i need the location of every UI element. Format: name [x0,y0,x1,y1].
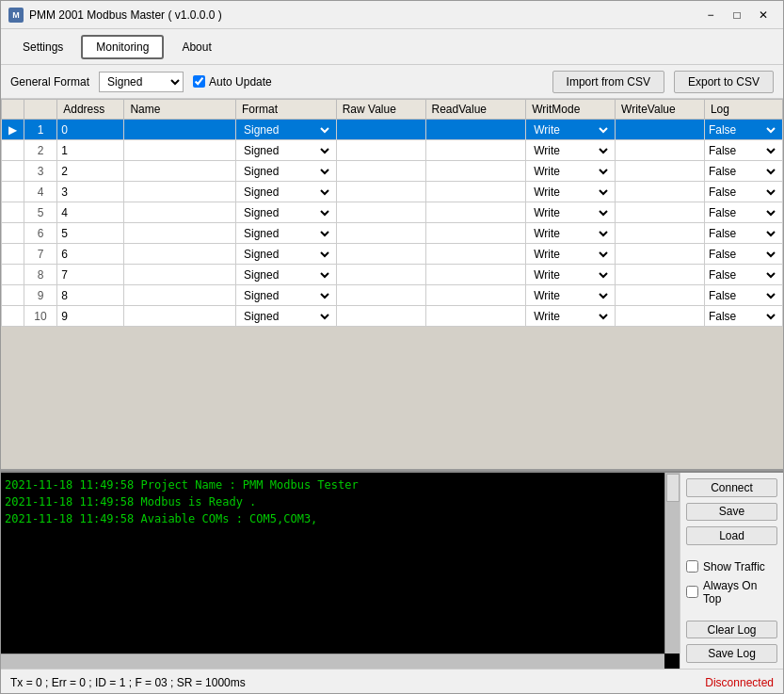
cell-log[interactable]: False ▾ [704,182,782,202]
cell-writeval[interactable] [616,244,705,265]
show-traffic-checkbox[interactable] [686,560,698,573]
cell-writemode[interactable]: Write Read None [526,223,616,244]
cell-format[interactable]: Signed Unsigned Float Hex [235,182,336,202]
import-csv-button[interactable]: Import from CSV [552,71,664,93]
always-on-top-checkbox[interactable] [686,586,698,598]
cell-writemode[interactable]: Write Read None [526,202,616,223]
minimize-button[interactable]: − [698,6,723,24]
menu-settings[interactable]: Settings [8,36,77,58]
cell-writemode[interactable]: Write Read None [526,120,616,140]
cell-writemode[interactable]: Write Read None [526,265,616,285]
table-row[interactable]: 10 Signed Unsigned Float Hex Write Read … [2,306,783,327]
export-csv-button[interactable]: Export to CSV [674,71,774,93]
cell-format[interactable]: Signed Unsigned Float Hex [235,244,336,265]
cell-format[interactable]: Signed Unsigned Float Hex [235,140,336,161]
menu-about[interactable]: About [168,36,225,58]
close-button[interactable]: ✕ [751,6,776,24]
auto-update-check-label[interactable]: Auto Update [193,75,272,89]
format-select[interactable]: Signed Unsigned Float Hex [240,247,332,262]
writemode-select[interactable]: Write Read None [530,205,611,220]
cell-writeval[interactable] [616,223,705,244]
writemode-select[interactable]: Write Read None [530,267,611,282]
cell-log[interactable]: False ▾ [704,140,782,161]
cell-format[interactable]: Signed Unsigned Float Hex [235,265,336,285]
cell-writemode[interactable]: Write Read None [526,161,616,182]
cell-log[interactable]: False ▾ [704,223,782,244]
cell-writemode[interactable]: Write Read None [526,140,616,161]
cell-name[interactable] [124,161,236,182]
format-select[interactable]: Signed Unsigned Float Hex [240,143,332,158]
cell-writeval[interactable] [616,202,705,223]
format-select[interactable]: Signed Unsigned Float Hex [240,226,332,241]
table-row[interactable]: ▶ 1 Signed Unsigned Float Hex Write Read… [2,120,783,140]
cell-name[interactable] [124,223,236,244]
cell-name[interactable] [124,306,236,327]
cell-name[interactable] [124,285,236,306]
writemode-select[interactable]: Write Read None [530,143,611,158]
cell-format[interactable]: Signed Unsigned Float Hex [235,223,336,244]
menu-monitoring[interactable]: Monitoring [81,35,164,59]
cell-name[interactable] [124,244,236,265]
cell-format[interactable]: Signed Unsigned Float Hex [235,120,336,140]
log-select[interactable]: ▾ [763,288,778,303]
writemode-select[interactable]: Write Read None [530,309,611,324]
cell-name[interactable] [124,182,236,202]
writemode-select[interactable]: Write Read None [530,185,611,200]
log-select[interactable]: ▾ [763,185,778,200]
writemode-select[interactable]: Write Read None [530,122,611,137]
cell-address[interactable] [57,120,124,140]
log-vertical-scrollbar[interactable] [664,473,680,654]
cell-writemode[interactable]: Write Read None [526,244,616,265]
cell-name[interactable] [124,140,236,161]
cell-log[interactable]: False ▾ [704,161,782,182]
writemode-select[interactable]: Write Read None [530,164,611,179]
cell-writemode[interactable]: Write Read None [526,285,616,306]
writemode-select[interactable]: Write Read None [530,288,611,303]
cell-log[interactable]: False ▾ [704,202,782,223]
cell-address[interactable] [57,244,124,265]
log-select[interactable]: ▾ [763,205,778,220]
cell-format[interactable]: Signed Unsigned Float Hex [235,306,336,327]
format-select[interactable]: Signed Unsigned Float Hex [240,122,332,137]
cell-format[interactable]: Signed Unsigned Float Hex [235,285,336,306]
cell-address[interactable] [57,182,124,202]
cell-writeval[interactable] [616,161,705,182]
format-select[interactable]: Signed Unsigned Float Hex [240,205,332,220]
show-traffic-label[interactable]: Show Traffic [686,560,777,573]
cell-writeval[interactable] [616,140,705,161]
format-select[interactable]: Signed Unsigned Float Hex [240,185,332,200]
table-row[interactable]: 5 Signed Unsigned Float Hex Write Read N… [2,202,783,223]
cell-writeval[interactable] [616,182,705,202]
cell-address[interactable] [57,306,124,327]
log-select[interactable]: ▾ [763,143,778,158]
cell-log[interactable]: False ▾ [704,265,782,285]
cell-address[interactable] [57,285,124,306]
save-button[interactable]: Save [686,503,777,522]
format-select[interactable]: Signed Unsigned Float Hex [240,164,332,179]
log-select[interactable]: ▾ [763,164,778,179]
log-select[interactable]: ▾ [763,267,778,282]
table-row[interactable]: 6 Signed Unsigned Float Hex Write Read N… [2,223,783,244]
log-select[interactable]: ▾ [763,309,778,324]
cell-writeval[interactable] [616,285,705,306]
cell-name[interactable] [124,265,236,285]
maximize-button[interactable]: □ [725,6,749,24]
cell-format[interactable]: Signed Unsigned Float Hex [235,202,336,223]
log-select[interactable]: ▾ [763,247,778,262]
writemode-select[interactable]: Write Read None [530,226,611,241]
cell-writeval[interactable] [616,306,705,327]
cell-log[interactable]: False ▾ [704,244,782,265]
table-row[interactable]: 7 Signed Unsigned Float Hex Write Read N… [2,244,783,265]
save-log-button[interactable]: Save Log [686,644,777,663]
format-select[interactable]: Signed Unsigned Float Hex [240,288,332,303]
cell-log[interactable]: False ▾ [704,285,782,306]
table-row[interactable]: 3 Signed Unsigned Float Hex Write Read N… [2,161,783,182]
cell-name[interactable] [124,120,236,140]
format-select[interactable]: Signed Unsigned Float Hex [240,309,332,324]
always-on-top-label[interactable]: Always On Top [686,579,777,605]
auto-update-checkbox[interactable] [193,75,205,88]
cell-log[interactable]: False ▾ [704,120,782,140]
cell-format[interactable]: Signed Unsigned Float Hex [235,161,336,182]
cell-address[interactable] [57,223,124,244]
writemode-select[interactable]: Write Read None [530,247,611,262]
